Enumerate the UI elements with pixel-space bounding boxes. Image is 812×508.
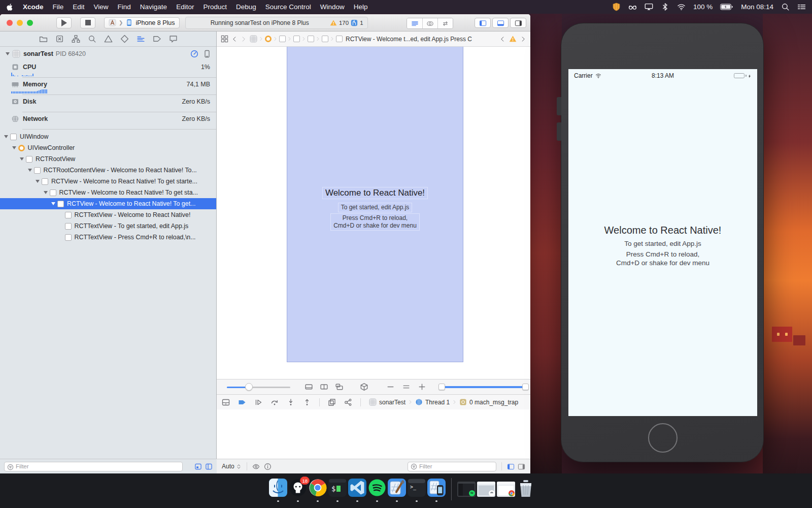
dock-xcode[interactable] [388,479,406,502]
airplay-display-icon[interactable] [645,3,653,11]
dock-simulator[interactable] [427,479,446,502]
navigator-filter-input[interactable] [16,463,180,469]
debug-frame-label[interactable]: 0 mach_msg_trap [469,399,518,406]
range-handle-left[interactable] [438,384,445,390]
warning-triangle-icon[interactable] [509,35,517,43]
stop-button[interactable] [80,17,95,28]
breadcrumb-box-icon[interactable] [308,36,314,42]
step-out-icon[interactable] [303,398,311,406]
version-editor-button[interactable] [437,18,453,28]
dock-window-chrome[interactable] [497,479,515,502]
scope-button-1[interactable] [194,463,202,470]
navigator-tab-symbols[interactable] [72,35,80,43]
zoom-out-icon[interactable] [386,383,395,391]
gauge-row-cpu[interactable]: CPU1% [0,60,216,78]
notification-center-icon[interactable] [797,3,806,11]
bluetooth-icon[interactable] [661,3,669,11]
menu-item-source-control[interactable]: Source Control [265,3,311,11]
toggle-inspector-button[interactable] [510,18,526,28]
view-frames-icon[interactable] [335,383,344,391]
navigator-tab-folder[interactable] [39,35,48,43]
dock-window-finder[interactable] [477,479,495,502]
tree-row[interactable]: RCTTextView - Press Cmd+R to reload,\n..… [0,232,216,243]
breadcrumb-app-icon[interactable] [250,35,257,43]
back-chevron-icon[interactable] [231,36,238,42]
tree-row[interactable]: RCTView - Welcome to React Native! To ge… [0,198,216,209]
console-filter-input[interactable] [419,463,493,469]
dock-spotify[interactable] [368,479,386,502]
console-pane-toggle[interactable] [518,463,525,470]
breadcrumb-box-icon[interactable] [322,36,328,42]
navigator-tab-badge[interactable] [55,35,64,43]
disclosure-triangle[interactable] [20,157,24,161]
standard-editor-button[interactable] [407,18,422,28]
breadcrumb-current-label[interactable]: RCTView - Welcome t...ed, edit App.js Pr… [346,36,472,43]
apple-menu-icon[interactable] [6,3,14,11]
zoom-window-button[interactable] [27,20,33,26]
disclosure-triangle[interactable] [4,135,8,138]
navigator-tab-warning[interactable] [104,35,113,43]
next-issue-chevron[interactable] [520,36,526,42]
menu-item-find[interactable]: Find [118,3,131,11]
run-button[interactable] [56,17,72,28]
spacing-slider[interactable] [227,383,290,391]
activity-viewer[interactable]: Running sonarTest on iPhone 8 Plus 170 1 [185,17,368,29]
disclosure-triangle[interactable] [12,146,16,149]
selected-rctview[interactable]: Welcome to React Native! To get started,… [287,47,463,362]
gauge-row-disk[interactable]: DiskZero KB/s [0,95,216,112]
minimize-window-button[interactable] [17,20,23,26]
navigator-tab-debugnav[interactable] [137,35,145,43]
spotlight-search-icon[interactable] [781,3,790,11]
previous-issue-chevron[interactable] [499,36,505,42]
scope-button-2[interactable] [205,463,213,470]
breadcrumb-box-icon[interactable] [279,36,286,42]
gauge-row-memory[interactable]: Memory74,1 MB [0,78,216,95]
step-into-icon[interactable] [287,398,295,406]
navigator-tab-diamond[interactable] [120,35,129,43]
related-items-icon[interactable] [221,35,228,43]
disclosure-triangle[interactable] [44,191,48,194]
shield-icon[interactable] [612,3,621,11]
toggle-debug-area-button[interactable] [492,18,509,28]
issue-badges[interactable]: 170 1 [330,19,363,26]
scheme-selector[interactable]: ❯ iPhone 8 Plus [104,17,180,28]
tree-row[interactable]: UIWindow [0,131,216,142]
navigator-tab-tag[interactable] [153,35,161,43]
debug-process-label[interactable]: sonarTest [379,399,405,406]
dock-chrome[interactable] [309,479,327,502]
tree-row[interactable]: RCTView - Welcome to React Native! To ge… [0,187,216,198]
variables-pane-toggle[interactable] [507,463,515,470]
memory-graph-icon[interactable] [344,398,352,406]
navigator-tab-chat[interactable] [169,35,178,43]
step-over-icon[interactable] [270,398,279,406]
device-icon[interactable] [203,50,211,58]
info-icon[interactable] [264,463,272,470]
dock-gitkraken[interactable]: 18 [289,479,307,502]
forward-chevron-icon[interactable] [241,36,247,42]
home-button[interactable] [648,423,678,453]
menu-item-window[interactable]: Window [320,3,345,11]
breadcrumb-box-icon[interactable] [293,36,300,42]
profile-gauge-icon[interactable] [190,50,198,58]
breakpoints-toggle-icon[interactable] [238,398,246,406]
tree-row[interactable]: UIViewController [0,142,216,153]
close-window-button[interactable] [7,20,13,26]
tree-row[interactable]: RCTView - Welcome to React Native! To ge… [0,176,216,187]
menu-item-edit[interactable]: Edit [73,3,84,11]
tree-row[interactable]: RCTRootView [0,153,216,165]
dock-terminal[interactable]: >_ [408,479,426,502]
dock-vscode[interactable] [348,479,366,502]
dock-iterm[interactable]: $ [328,479,347,502]
tree-row[interactable]: RCTRootContentView - Welcome to React Na… [0,165,216,176]
variables-view-scope-dropdown[interactable]: Auto [222,463,242,470]
zoom-in-icon[interactable] [418,383,426,391]
glasses-icon[interactable] [628,3,637,11]
view-debugger-icon[interactable] [328,398,336,406]
tree-row[interactable]: RCTTextView - Welcome to React Native! [0,209,216,220]
view-debugger-canvas[interactable]: Welcome to React Native! To get started,… [217,47,530,379]
disclosure-triangle[interactable] [36,180,40,183]
constraints-icon[interactable] [320,383,328,391]
process-row[interactable]: sonarTest PID 68420 [0,47,216,60]
navigator-filter-field[interactable] [4,462,183,471]
toggle-navigator-button[interactable] [475,18,491,28]
